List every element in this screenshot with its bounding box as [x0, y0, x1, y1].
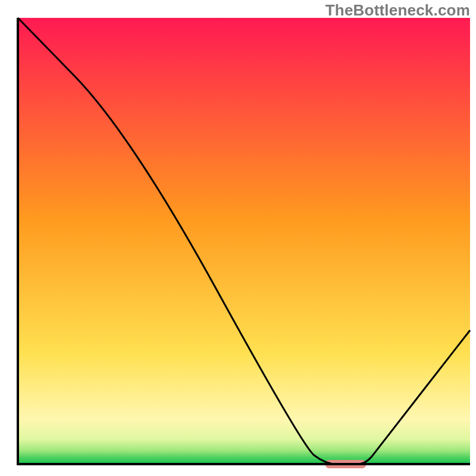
chart-container: TheBottleneck.com	[0, 0, 476, 476]
bottleneck-chart	[0, 0, 476, 476]
plot-background	[18, 18, 470, 464]
watermark-text: TheBottleneck.com	[325, 1, 470, 20]
